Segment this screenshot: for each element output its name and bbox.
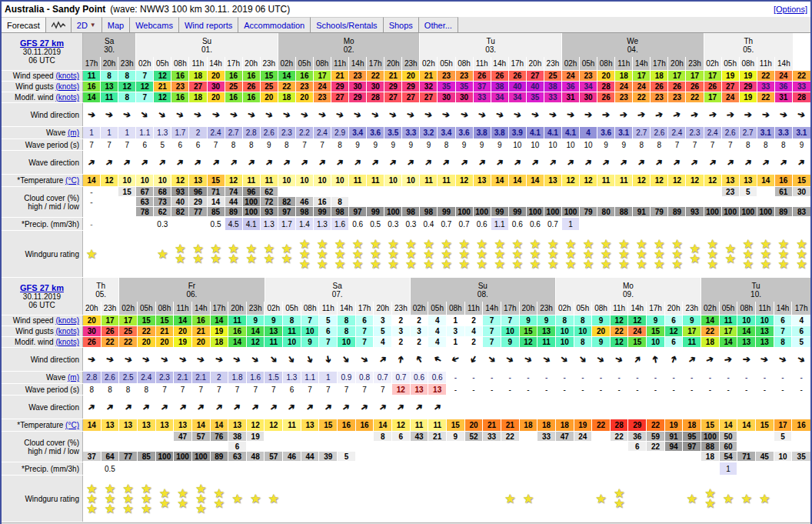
tab-waveform-icon[interactable] bbox=[46, 17, 72, 32]
direction-arrow-icon: ➔ bbox=[548, 108, 558, 121]
star-icon: ★ bbox=[123, 504, 133, 514]
tab-schools-rentals[interactable]: Schools/Rentals bbox=[311, 17, 384, 32]
forecast-cell: 2.8 bbox=[243, 127, 261, 139]
tab-forecast[interactable]: Forecast bbox=[2, 17, 46, 32]
forecast-cell: 9 bbox=[520, 315, 538, 325]
direction-arrow-icon: ➔ bbox=[760, 155, 772, 169]
star-stack: ★★★ bbox=[548, 239, 558, 269]
forecast-cell: ➔ bbox=[757, 103, 775, 126]
tab-2d[interactable]: 2D▼ bbox=[72, 17, 102, 32]
forecast-cell: 40 bbox=[527, 82, 544, 92]
tab-other-[interactable]: Other... bbox=[419, 17, 458, 32]
forecast-cell: 44 bbox=[225, 197, 243, 206]
forecast-cell: 1.1 bbox=[491, 218, 509, 230]
tab-label: 2D bbox=[77, 21, 88, 30]
rating-cell: ★★★ bbox=[438, 231, 455, 277]
wave-height-label-link[interactable]: (m) bbox=[68, 128, 79, 137]
forecast-cell: 9 bbox=[592, 337, 611, 347]
forecast-cell: ➔ bbox=[154, 103, 171, 126]
time-cell: 17h bbox=[509, 57, 527, 70]
options-link[interactable]: [Options] bbox=[774, 5, 807, 14]
tab-label: Map bbox=[108, 21, 124, 30]
forecast-cell: 22 bbox=[119, 337, 138, 347]
rating-cell: ★★ bbox=[278, 231, 296, 277]
modif-wind-label-link[interactable]: (knots) bbox=[55, 93, 79, 102]
forecast-cell bbox=[356, 442, 374, 451]
rating-cell: ★★★ bbox=[491, 231, 509, 277]
forecast-cell: 99 bbox=[509, 207, 527, 216]
forecast-cell: 15 bbox=[647, 326, 665, 336]
forecast-cell: 12 bbox=[101, 175, 118, 186]
tab-shops[interactable]: Shops bbox=[384, 17, 419, 32]
modif-wind-label-link[interactable]: (knots) bbox=[55, 338, 79, 346]
wave-model-subtitle: (wave: NWW3 100 km 30.11. 2019 06 UTC) bbox=[110, 4, 290, 15]
forecast-cell: 97 bbox=[349, 207, 367, 216]
tab-wind-reports[interactable]: Wind reports bbox=[179, 17, 238, 32]
direction-arrow-icon: ➔ bbox=[85, 155, 98, 169]
star-stack: ★ bbox=[741, 494, 751, 504]
forecast-cell: 35 bbox=[527, 92, 544, 102]
model-link[interactable]: GFS 27 km bbox=[20, 39, 64, 48]
model-link[interactable]: GFS 27 km bbox=[20, 284, 64, 292]
temperature-label-link[interactable]: (°C) bbox=[65, 421, 79, 429]
forecast-cell: 22 bbox=[647, 442, 665, 451]
rating-cell: ★★ bbox=[156, 476, 175, 522]
forecast-cell bbox=[720, 396, 738, 419]
time-cell: 11h bbox=[331, 57, 349, 70]
time-cell: 05h bbox=[428, 302, 447, 315]
forecast-cell: 7 bbox=[101, 139, 118, 150]
wind-speed-label-link[interactable]: (knots) bbox=[55, 316, 79, 325]
forecast-cell: 93 bbox=[171, 187, 189, 196]
wind-gusts-label-link[interactable]: (knots) bbox=[55, 82, 79, 91]
direction-arrow-icon: ➔ bbox=[600, 155, 612, 169]
forecast-cell: 63 bbox=[228, 452, 247, 461]
forecast-cell bbox=[483, 396, 501, 419]
rating-cell: ★★★ bbox=[527, 231, 544, 277]
forecast-cell: 17 bbox=[119, 315, 138, 325]
forecast-cell: 24 bbox=[722, 92, 740, 102]
star-icon: ★ bbox=[388, 259, 398, 269]
forecast-cell bbox=[633, 187, 651, 196]
forecast-cell bbox=[211, 462, 229, 475]
forecast-cell: 14 bbox=[211, 419, 229, 431]
forecast-cell: ➔ bbox=[651, 103, 668, 126]
forecast-cell bbox=[701, 396, 720, 419]
forecast-cell: 1.3 bbox=[283, 372, 301, 383]
wind-speed-label-link[interactable]: (knots) bbox=[55, 72, 79, 80]
forecast-cell: 0.7 bbox=[374, 372, 392, 383]
forecast-cell: 7 bbox=[501, 315, 520, 325]
direction-arrow-icon: ➔ bbox=[394, 400, 408, 413]
time-cell: 11h bbox=[465, 302, 484, 315]
tab-map[interactable]: Map bbox=[102, 17, 130, 32]
forecast-cell: 21 bbox=[420, 71, 438, 81]
tab-accommodation[interactable]: Accommodation bbox=[238, 17, 311, 32]
time-cell: 02h bbox=[119, 302, 138, 315]
star-icon: ★ bbox=[211, 254, 221, 264]
forecast-cell bbox=[574, 396, 593, 419]
time-cell: 20h bbox=[527, 57, 544, 70]
direction-arrow-icon: ➔ bbox=[395, 355, 408, 364]
tab-webcams[interactable]: Webcams bbox=[130, 17, 179, 32]
star-stack: ★★★ bbox=[601, 239, 611, 269]
forecast-cell bbox=[574, 462, 593, 475]
direction-arrow-icon: ➔ bbox=[249, 400, 262, 413]
forecast-cell: 2.1 bbox=[192, 372, 211, 383]
forecast-cell: 18 bbox=[701, 337, 720, 347]
forecast-cell: 10 bbox=[301, 326, 320, 336]
forecast-cell bbox=[683, 396, 701, 419]
forecast-cell: ➔ bbox=[562, 151, 580, 174]
time-cell: 17h bbox=[651, 57, 668, 70]
temperature-label-link[interactable]: (°C) bbox=[65, 176, 79, 185]
forecast-cell: 12 bbox=[520, 337, 538, 347]
forecast-cell: 0.7 bbox=[392, 372, 411, 383]
wave-height-label-link[interactable]: (m) bbox=[68, 373, 79, 382]
forecast-cell: 11 bbox=[261, 175, 278, 186]
forecast-cell: 12 bbox=[686, 175, 704, 186]
forecast-cell bbox=[668, 218, 686, 230]
forecast-cell: - bbox=[665, 372, 684, 383]
forecast-cell: ➔ bbox=[154, 151, 171, 174]
forecast-cell bbox=[757, 197, 775, 206]
temperature-cells: 1413131313131414131212111315161614121111… bbox=[83, 419, 810, 431]
wind-gusts-label-link[interactable]: (knots) bbox=[55, 327, 79, 335]
day-cell: Su08. bbox=[411, 278, 556, 302]
